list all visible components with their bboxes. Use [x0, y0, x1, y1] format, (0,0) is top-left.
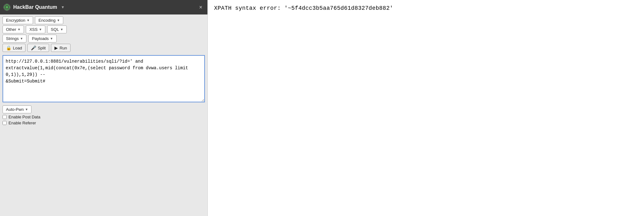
split-icon: 🎤 — [31, 45, 36, 50]
hackbar-title-left: HackBar Quantum ▼ — [3, 3, 65, 11]
encoding-label: Encoding — [38, 18, 55, 23]
enable-post-label[interactable]: Enable Post Data — [3, 115, 205, 119]
enable-referer-label[interactable]: Enable Referer — [3, 121, 205, 125]
encoding-button[interactable]: Encoding ▼ — [35, 16, 63, 24]
hackbar-titlebar: HackBar Quantum ▼ × — [0, 0, 207, 14]
xss-label: XSS — [29, 27, 37, 32]
enable-referer-text: Enable Referer — [8, 121, 36, 125]
payloads-arrow-icon: ▼ — [50, 37, 53, 40]
sql-label: SQL — [51, 27, 59, 32]
load-icon: 🔒 — [6, 45, 11, 50]
xpath-error-text: XPATH syntax error: '~5f4dcc3b5aa765d61d… — [214, 5, 393, 11]
run-label: Run — [59, 46, 67, 50]
strings-label: Strings — [6, 36, 19, 41]
split-button[interactable]: 🎤 Split — [27, 44, 49, 52]
run-icon: ▶ — [54, 45, 58, 50]
enable-referer-checkbox[interactable] — [3, 121, 7, 125]
strings-button[interactable]: Strings ▼ — [3, 35, 26, 43]
sql-button[interactable]: SQL ▼ — [47, 26, 67, 33]
other-button[interactable]: Other ▼ — [3, 26, 24, 33]
sql-arrow-icon: ▼ — [60, 28, 63, 31]
other-label: Other — [6, 27, 16, 32]
close-button[interactable]: × — [197, 4, 204, 11]
hackbar-toolbar: Encryption ▼ Encoding ▼ Other ▼ XSS ▼ SQ… — [0, 14, 207, 54]
encryption-button[interactable]: Encryption ▼ — [3, 16, 33, 24]
error-panel: XPATH syntax error: '~5f4dcc3b5aa765d61d… — [208, 0, 644, 216]
toolbar-row-1: Encryption ▼ Encoding ▼ — [3, 16, 205, 24]
run-button[interactable]: ▶ Run — [51, 44, 71, 52]
encoding-arrow-icon: ▼ — [57, 19, 60, 22]
hackbar-logo-icon — [3, 3, 11, 11]
enable-post-checkbox[interactable] — [3, 115, 7, 119]
xss-button[interactable]: XSS ▼ — [26, 26, 45, 33]
load-label: Load — [13, 46, 22, 50]
hackbar-panel: HackBar Quantum ▼ × Encryption ▼ Encodin… — [0, 0, 208, 216]
title-dropdown-icon[interactable]: ▼ — [61, 5, 65, 9]
encryption-label: Encryption — [6, 18, 25, 23]
payloads-button[interactable]: Payloads ▼ — [28, 35, 56, 43]
strings-arrow-icon: ▼ — [20, 37, 23, 40]
load-button[interactable]: 🔒 Load — [3, 44, 25, 52]
toolbar-action-row: 🔒 Load 🎤 Split ▶ Run — [3, 44, 205, 52]
autopwn-section: Auto-Pwn ▼ Enable Post Data Enable Refer… — [0, 104, 207, 127]
xss-arrow-icon: ▼ — [39, 28, 42, 31]
toolbar-row-3: Strings ▼ Payloads ▼ — [3, 35, 205, 43]
autopwn-button[interactable]: Auto-Pwn ▼ — [3, 105, 31, 113]
encryption-arrow-icon: ▼ — [26, 19, 30, 22]
payloads-label: Payloads — [32, 36, 48, 41]
autopwn-row: Auto-Pwn ▼ — [3, 105, 205, 113]
split-label: Split — [38, 46, 46, 50]
autopwn-label: Auto-Pwn — [6, 107, 24, 112]
svg-point-2 — [6, 6, 8, 9]
autopwn-arrow-icon: ▼ — [25, 108, 28, 111]
toolbar-row-2: Other ▼ XSS ▼ SQL ▼ — [3, 26, 205, 33]
hackbar-title-text: HackBar Quantum — [13, 4, 57, 10]
other-arrow-icon: ▼ — [18, 28, 21, 31]
enable-post-text: Enable Post Data — [8, 115, 40, 119]
url-input[interactable]: http://127.0.0.1:8881/vulnerabilities/sq… — [3, 55, 205, 102]
